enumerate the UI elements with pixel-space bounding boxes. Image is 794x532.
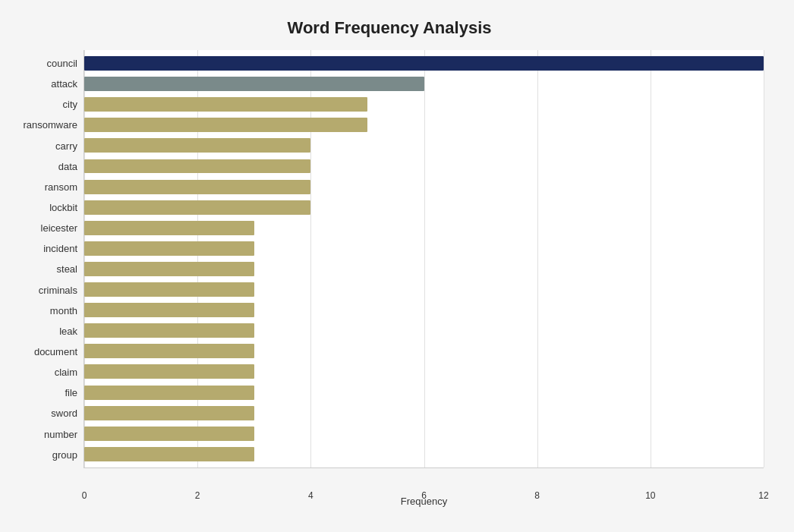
bar-lockbit: [84, 200, 310, 215]
y-label-data: data: [58, 162, 77, 172]
x-axis-label: Frequency: [84, 496, 764, 507]
bar-row-steal: [84, 259, 764, 279]
bar-row-sword: [84, 403, 764, 423]
bar-steal: [84, 262, 254, 276]
bar-row-number: [84, 423, 764, 444]
chart-title: Word Frequency Analysis: [15, 15, 764, 38]
bar-data: [84, 159, 310, 174]
y-label-claim: claim: [55, 367, 77, 377]
bar-row-ransomware: [84, 115, 764, 135]
bar-month: [84, 303, 254, 317]
bar-row-carry: [84, 135, 764, 156]
bar-number: [84, 427, 254, 441]
bars-wrapper: [84, 50, 764, 467]
bar-row-attack: [84, 74, 764, 94]
bar-row-claim: [84, 361, 764, 382]
y-label-carry: carry: [55, 141, 77, 151]
bar-row-council: [84, 53, 764, 74]
bar-row-file: [84, 382, 764, 403]
y-label-ransomware: ransomware: [23, 120, 77, 130]
bar-file: [84, 386, 254, 400]
bar-row-incident: [84, 238, 764, 259]
bar-leicester: [84, 221, 254, 235]
bar-row-month: [84, 300, 764, 320]
y-label-group: group: [52, 450, 77, 460]
y-label-ransom: ransom: [45, 182, 77, 192]
y-label-document: document: [34, 347, 77, 357]
y-label-steal: steal: [57, 264, 77, 274]
bar-row-lockbit: [84, 197, 764, 218]
y-label-city: city: [63, 99, 78, 109]
bar-incident: [84, 241, 254, 256]
y-label-sword: sword: [51, 408, 77, 418]
y-label-month: month: [50, 306, 77, 316]
bar-row-ransom: [84, 177, 764, 197]
bar-leak: [84, 323, 254, 338]
bar-claim: [84, 364, 254, 379]
grid-line-12: [764, 50, 764, 467]
bar-row-leicester: [84, 218, 764, 238]
y-label-number: number: [44, 430, 77, 439]
bar-city: [84, 97, 367, 112]
y-label-lockbit: lockbit: [49, 203, 77, 212]
bar-council: [84, 56, 764, 71]
bar-row-data: [84, 156, 764, 176]
bar-ransomware: [84, 118, 367, 132]
bar-row-group: [84, 444, 764, 464]
chart-container: Word Frequency Analysis councilattackcit…: [0, 0, 794, 532]
chart-area: councilattackcityransomwarecarrydatarans…: [15, 50, 764, 468]
bar-row-city: [84, 94, 764, 115]
bar-row-leak: [84, 320, 764, 341]
bar-group: [84, 447, 254, 461]
y-label-attack: attack: [51, 79, 77, 89]
bar-document: [84, 344, 254, 358]
bar-row-criminals: [84, 279, 764, 300]
y-label-criminals: criminals: [39, 285, 77, 295]
y-label-leak: leak: [59, 326, 77, 336]
y-label-incident: incident: [43, 244, 77, 253]
bar-criminals: [84, 282, 254, 297]
y-axis: councilattackcityransomwarecarrydatarans…: [15, 50, 83, 468]
bar-sword: [84, 406, 254, 420]
bar-row-document: [84, 341, 764, 361]
bar-ransom: [84, 180, 310, 194]
bar-attack: [84, 77, 424, 91]
y-label-file: file: [65, 388, 77, 398]
plot-area: 024681012 Frequency: [83, 50, 764, 468]
y-label-council: council: [47, 58, 77, 68]
bar-carry: [84, 138, 310, 153]
y-label-leicester: leicester: [41, 223, 77, 233]
